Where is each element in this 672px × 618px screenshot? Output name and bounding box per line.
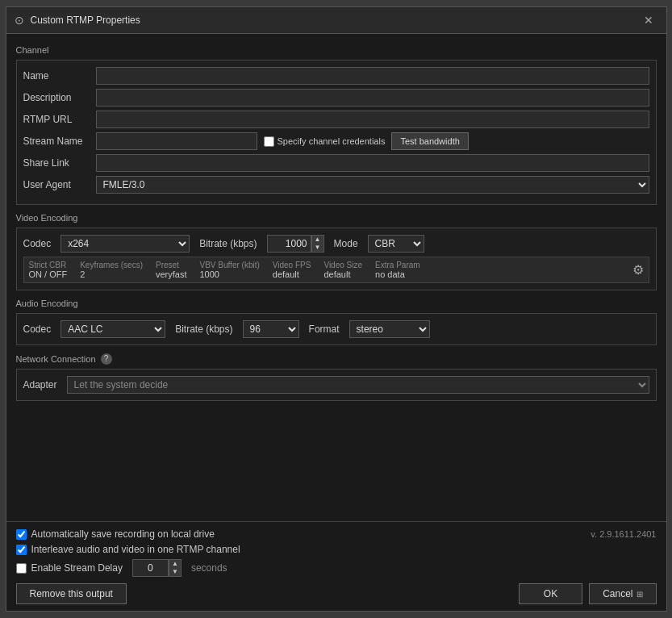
video-bitrate-input[interactable]: 1000 (267, 235, 311, 253)
delay-down-button[interactable]: ▼ (169, 568, 181, 576)
stream-delay-checkbox[interactable] (16, 563, 27, 574)
auto-save-row: Automatically save recording on local dr… (16, 528, 657, 540)
video-size-value: default (323, 269, 362, 279)
interleave-row: Interleave audio and video in one RTMP c… (16, 544, 657, 555)
fps-value: default (273, 269, 311, 279)
rtmp-url-row: RTMP URL (23, 111, 649, 128)
network-section: Adapter Let the system decide (16, 369, 657, 401)
remove-output-button[interactable]: Remove this output (16, 583, 127, 604)
vbv-param: VBV Buffer (kbit) 1000 (199, 261, 259, 279)
codec-label: Codec (23, 238, 52, 249)
bitrate-group: 1000 ▲ ▼ (267, 235, 324, 253)
settings-icon[interactable]: ⚙ (632, 262, 644, 278)
share-link-input[interactable] (96, 154, 649, 172)
bottom-area: Automatically save recording on local dr… (6, 521, 666, 611)
audio-format-label: Format (309, 324, 340, 335)
strict-cbr-value: ON / OFF (29, 269, 68, 279)
window-title: Custom RTMP Properties (31, 15, 639, 26)
stream-name-label: Stream Name (23, 136, 96, 147)
auto-save-label: Automatically save recording on local dr… (31, 528, 215, 540)
audio-bitrate-select[interactable]: 96 (243, 320, 299, 338)
delay-input[interactable]: 0 (132, 559, 169, 577)
dialog-window: ⊙ Custom RTMP Properties ✕ Channel Name … (6, 6, 667, 612)
video-mode-select[interactable]: CBR (368, 235, 424, 253)
interleave-label: Interleave audio and video in one RTMP c… (31, 544, 240, 555)
video-encoding-section: Codec x264 Bitrate (kbps) 1000 ▲ ▼ Mode … (16, 228, 657, 290)
channel-section-label: Channel (16, 45, 657, 55)
bottom-buttons-row: Remove this output OK Cancel ⊞ (16, 583, 657, 604)
description-label: Description (23, 92, 96, 103)
delay-group: 0 ▲ ▼ (132, 559, 182, 577)
interleave-checkbox[interactable] (16, 545, 27, 555)
preset-label: Preset (156, 261, 187, 269)
fps-label: Video FPS (273, 261, 311, 269)
user-agent-label: User Agent (23, 179, 96, 190)
fps-param: Video FPS default (273, 261, 311, 279)
strict-cbr-param: Strict CBR ON / OFF (29, 261, 68, 279)
stream-name-row: Stream Name Specify channel credentials … (23, 132, 649, 150)
content-area: Channel Name Description RTMP URL Stream… (6, 34, 666, 521)
preset-value: veryfast (156, 269, 187, 279)
video-size-label: Video Size (323, 261, 362, 269)
extra-param-label: Extra Param (375, 261, 420, 269)
audio-encoding-section-label: Audio Encoding (16, 299, 657, 308)
audio-codec-select[interactable]: AAC LC (61, 320, 165, 338)
audio-enc-row: Codec AAC LC Bitrate (kbps) 96 Format st… (23, 320, 649, 338)
auto-save-checkbox[interactable] (16, 529, 27, 540)
share-link-label: Share Link (23, 157, 96, 169)
bitrate-spinner[interactable]: ▲ ▼ (311, 235, 324, 253)
keyframes-label: Keyframes (secs) (80, 261, 143, 269)
stream-name-controls: Specify channel credentials Test bandwid… (96, 132, 469, 150)
bottom-checks: Automatically save recording on local dr… (16, 528, 657, 577)
user-agent-select[interactable]: FMLE/3.0 (96, 176, 649, 194)
user-agent-row: User Agent FMLE/3.0 (23, 176, 649, 194)
keyframes-param: Keyframes (secs) 2 (80, 261, 143, 279)
rtmp-url-input[interactable] (96, 111, 649, 128)
bitrate-up-button[interactable]: ▲ (312, 236, 323, 244)
name-row: Name (23, 67, 649, 85)
strict-cbr-label: Strict CBR (29, 261, 68, 269)
audio-format-select[interactable]: stereo (349, 320, 430, 338)
network-row: Adapter Let the system decide (23, 376, 649, 394)
share-link-row: Share Link (23, 154, 649, 172)
ok-button[interactable]: OK (519, 583, 582, 604)
description-input[interactable] (96, 89, 649, 106)
help-icon[interactable]: ? (101, 353, 112, 365)
audio-bitrate-label: Bitrate (kbps) (175, 324, 232, 335)
extra-param-param: Extra Param no data (375, 261, 420, 279)
rtmp-url-label: RTMP URL (23, 114, 96, 125)
audio-codec-label: Codec (23, 324, 52, 335)
app-icon: ⊙ (15, 14, 24, 27)
test-bandwidth-button[interactable]: Test bandwidth (391, 132, 468, 150)
cancel-label: Cancel (603, 588, 632, 599)
delay-up-button[interactable]: ▲ (169, 560, 181, 568)
title-bar: ⊙ Custom RTMP Properties ✕ (6, 7, 666, 34)
bottom-right-buttons: OK Cancel ⊞ (519, 583, 657, 604)
stream-name-input[interactable] (96, 132, 257, 150)
stream-delay-row: Enable Stream Delay 0 ▲ ▼ seconds (16, 559, 657, 577)
name-input[interactable] (96, 67, 649, 85)
bitrate-down-button[interactable]: ▼ (312, 244, 323, 252)
video-enc-row1: Codec x264 Bitrate (kbps) 1000 ▲ ▼ Mode … (23, 235, 649, 253)
specify-credentials-label[interactable]: Specify channel credentials (264, 136, 386, 147)
stream-delay-label: Enable Stream Delay (31, 562, 123, 574)
vbv-value: 1000 (199, 269, 259, 279)
network-header-row: Network Connection ? (16, 353, 657, 365)
adapter-label: Adapter (23, 379, 57, 390)
audio-encoding-section: Codec AAC LC Bitrate (kbps) 96 Format st… (16, 313, 657, 345)
video-size-param: Video Size default (323, 261, 362, 279)
delay-spinner[interactable]: ▲ ▼ (169, 559, 182, 577)
video-bitrate-label: Bitrate (kbps) (199, 238, 257, 249)
adapter-select[interactable]: Let the system decide (67, 376, 649, 394)
channel-section: Name Description RTMP URL Stream Name (16, 60, 657, 205)
video-codec-select[interactable]: x264 (61, 235, 190, 253)
delay-unit: seconds (191, 562, 227, 574)
close-button[interactable]: ✕ (639, 12, 658, 28)
name-label: Name (23, 70, 96, 81)
specify-credentials-checkbox[interactable] (264, 136, 274, 147)
version-text: v. 2.9.1611.2401 (591, 529, 656, 539)
vbv-label: VBV Buffer (kbit) (199, 261, 259, 269)
description-row: Description (23, 89, 649, 106)
network-section-label: Network Connection (16, 354, 96, 364)
cancel-button[interactable]: Cancel ⊞ (589, 583, 656, 604)
